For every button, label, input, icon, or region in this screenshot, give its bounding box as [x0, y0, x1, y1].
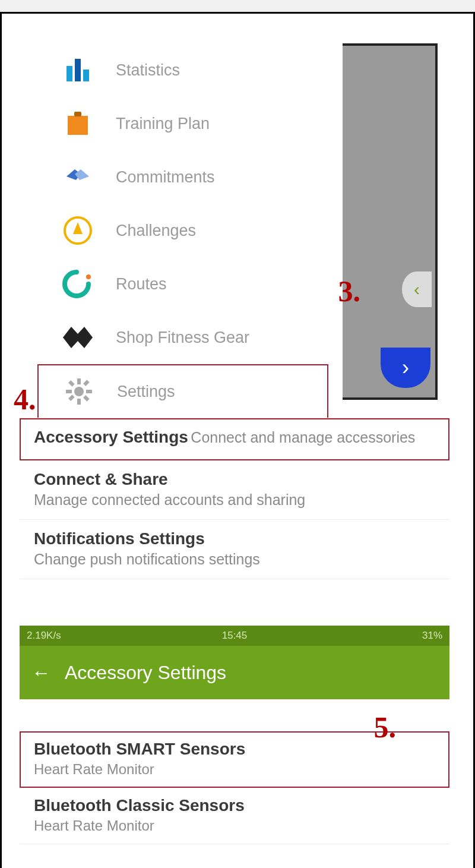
- drawer-item-shop-fitness-gear[interactable]: Shop Fitness Gear: [37, 311, 328, 364]
- drawer-item-label: Training Plan: [116, 115, 210, 133]
- annotation-4: 4.: [14, 382, 36, 416]
- commitments-icon: [61, 160, 94, 194]
- map-background-strip: [343, 43, 438, 400]
- status-time: 15:45: [20, 630, 449, 642]
- drawer-item-label: Routes: [116, 275, 167, 293]
- drawer-section: Statistics Training Plan: [37, 43, 438, 412]
- svg-rect-2: [83, 70, 89, 81]
- drawer-item-label: Statistics: [116, 61, 180, 80]
- drawer-item-commitments[interactable]: Commitments: [37, 150, 328, 204]
- svg-rect-11: [86, 390, 92, 393]
- document-frame: Statistics Training Plan: [0, 12, 475, 868]
- settings-row-connect-share[interactable]: Connect & Share Manage connected account…: [20, 460, 449, 520]
- settings-row-title: Accessory Settings: [34, 428, 188, 447]
- accessory-app-bar: ← Accessory Settings: [20, 646, 449, 699]
- accessory-row-title: Bluetooth Classic Sensors: [34, 796, 435, 815]
- accessory-row-subtitle: Heart Rate Monitor: [34, 761, 435, 778]
- drawer-item-label: Settings: [117, 383, 175, 401]
- svg-rect-8: [77, 378, 81, 384]
- drawer-item-training-plan[interactable]: Training Plan: [37, 97, 328, 150]
- drawer-item-challenges[interactable]: Challenges: [37, 204, 328, 257]
- settings-row-notifications[interactable]: Notifications Settings Change push notif…: [20, 520, 449, 579]
- drawer-item-label: Commitments: [116, 168, 215, 187]
- annotation-5: 5.: [374, 710, 397, 744]
- accessory-row-subtitle: Heart Rate Monitor: [34, 818, 435, 834]
- settings-row-title: Connect & Share: [34, 470, 435, 489]
- drawer-item-statistics[interactable]: Statistics: [37, 43, 328, 97]
- svg-point-7: [74, 387, 84, 396]
- challenges-icon: [61, 214, 94, 247]
- statistics-icon: [61, 53, 94, 87]
- svg-rect-3: [68, 116, 88, 135]
- app-bar-title: Accessory Settings: [65, 662, 226, 684]
- svg-rect-1: [75, 59, 81, 81]
- svg-rect-10: [66, 390, 72, 393]
- accessory-settings-screen: 2.19K/s 15:45 31% ← Accessory Settings B…: [20, 626, 449, 866]
- routes-icon: [61, 267, 94, 301]
- settings-row-accessory-settings[interactable]: Accessory Settings Connect and manage ac…: [20, 418, 449, 460]
- settings-list: Accessory Settings Connect and manage ac…: [20, 418, 449, 579]
- svg-rect-9: [77, 399, 81, 405]
- settings-row-title: Notifications Settings: [34, 529, 435, 548]
- gear-icon: [62, 375, 96, 408]
- svg-rect-14: [83, 380, 90, 386]
- drawer-item-routes[interactable]: Routes: [37, 257, 328, 311]
- drawer-item-label: Challenges: [116, 222, 196, 240]
- drawer-item-label: Shop Fitness Gear: [116, 329, 249, 347]
- map-forward-fab[interactable]: [381, 348, 430, 388]
- svg-rect-12: [68, 380, 75, 387]
- settings-row-subtitle: Manage connected accounts and sharing: [34, 491, 435, 509]
- svg-rect-13: [83, 395, 90, 402]
- map-collapse-chevron-icon[interactable]: [402, 272, 432, 307]
- training-plan-icon: [61, 107, 94, 140]
- settings-row-subtitle: Change push notifications settings: [34, 551, 435, 568]
- shop-icon: [61, 321, 94, 354]
- nav-drawer: Statistics Training Plan: [37, 43, 328, 419]
- android-status-bar: 2.19K/s 15:45 31%: [20, 626, 449, 646]
- accessory-row-bt-classic[interactable]: Bluetooth Classic Sensors Heart Rate Mon…: [20, 788, 449, 844]
- annotation-3: 3.: [338, 274, 361, 308]
- settings-row-subtitle: Connect and manage accessories: [191, 429, 415, 446]
- status-battery: 31%: [422, 630, 442, 642]
- back-arrow-icon[interactable]: ←: [31, 662, 50, 684]
- status-network-speed: 2.19K/s: [27, 630, 61, 642]
- svg-rect-4: [74, 112, 81, 116]
- svg-rect-0: [66, 66, 72, 81]
- svg-rect-15: [68, 394, 75, 401]
- svg-point-6: [86, 274, 91, 279]
- drawer-item-settings[interactable]: Settings: [37, 364, 328, 419]
